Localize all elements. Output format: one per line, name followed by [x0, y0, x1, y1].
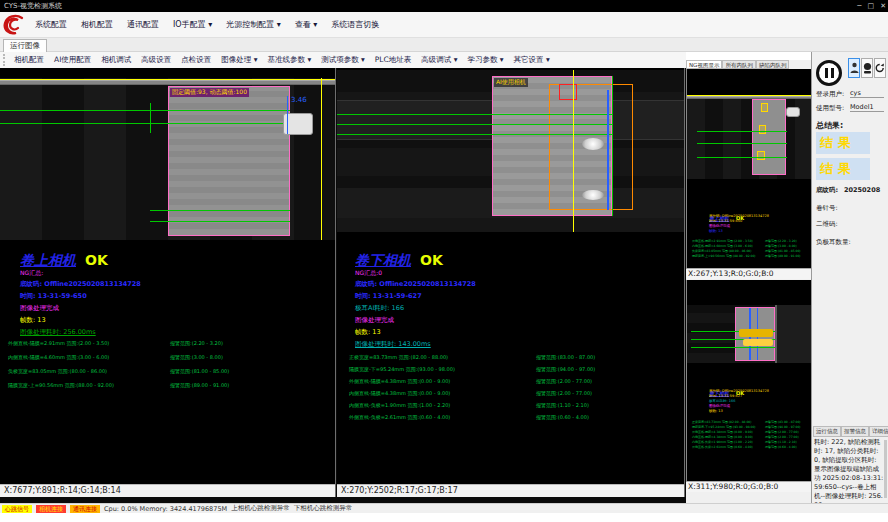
queue-lower-image[interactable] — [687, 305, 811, 363]
measurement-value: 负极宽度=83.05mm 范围:(80.00 - 86.00) — [692, 249, 751, 253]
measure-line-top-1 — [0, 110, 290, 111]
measurement-value: 隔膜宽度-下=95.24mm 范围:(93.00 - 98.00) — [692, 425, 756, 429]
alarm-range-value: 报警范围:(2.00 - 77.00) — [765, 430, 799, 434]
lower-camera-image[interactable]: AI使用相机 — [337, 70, 685, 232]
alarm-range-value: 报警范围:(3.00 - 8.00) — [170, 354, 223, 360]
measurement-value: 内侧直线-负极=1.90mm 范围:(1.00 - 2.20) — [349, 402, 450, 408]
queue-upper-view: 卷上相机 OK 底纹码: Offline2025020813134728 时间:… — [686, 69, 811, 268]
frame-count-line: 帧数: 13 — [20, 316, 46, 325]
toolbar: 相机配置 AI使用配置 相机调试 高级设置 点检设置 图像处理 ▾ 基准线参数 … — [0, 52, 686, 68]
defect-box — [559, 84, 577, 100]
frame-count-line: 帧数: 13 — [709, 229, 723, 233]
tab-detail-info[interactable]: 详细信息 — [869, 426, 888, 437]
close-icon[interactable]: ✕ — [880, 0, 886, 12]
menu-comm-config[interactable]: 通讯配置 — [120, 12, 166, 38]
time-line: 时间: 13-31-59-627 — [709, 394, 742, 398]
switch-user-button[interactable] — [874, 58, 886, 78]
operator-button[interactable] — [861, 58, 873, 78]
comm-connection-badge: 通讯连接 — [70, 505, 100, 513]
model-value[interactable]: Model1 — [850, 103, 884, 112]
pause-button[interactable] — [816, 60, 842, 86]
upper-camera-result-title: 卷上相机 OK — [20, 250, 108, 270]
tab-connector-part — [786, 107, 800, 117]
toolbar-grip-icon — [3, 54, 6, 66]
tool-learn-params[interactable]: 学习参数 ▾ — [462, 52, 508, 68]
process-done-line: 图像处理完成 — [355, 316, 394, 325]
tab-strip: 运行图像 — [0, 38, 888, 52]
queue-upper-image[interactable] — [687, 95, 811, 179]
switch-user-icon — [875, 62, 885, 74]
alarm-range-value: 报警范围:(0.60 - 4.00) — [536, 414, 589, 420]
log-tab-strip: 运行信息 报警信息 详细信息 — [813, 426, 888, 437]
tab-defect-queue[interactable]: 缺陷内队列 — [756, 60, 790, 69]
tool-image-process[interactable]: 图像处理 ▾ — [216, 52, 262, 68]
tool-other-settings[interactable]: 其它设置 ▾ — [509, 52, 555, 68]
total-result-label: 总结果: — [816, 120, 843, 131]
defect-marker — [757, 151, 765, 160]
alarm-range-value: 报警范围:(89.00 - 91.00) — [170, 382, 229, 388]
menu-language-switch[interactable]: 系统语言切换 — [324, 12, 386, 38]
log-text: 耗时: 222, 缺陷检测耗时: 17, 缺陷分类耗时: 0, 缺陷提取分区耗时… — [814, 438, 884, 510]
tab-alarm-info[interactable]: 报警信息 — [841, 426, 869, 437]
needle-field-label: 卷针号: — [816, 204, 838, 213]
measurement-value: 外侧直线-负极=2.61mm 范围:(0.60 - 4.00) — [349, 414, 450, 420]
measurement-value: 隔膜宽度-上=90.56mm 范围:(88.00 - 92.00) — [8, 382, 114, 388]
pause-icon — [831, 68, 834, 78]
login-user-value[interactable]: cys — [850, 89, 884, 98]
tool-camera-config[interactable]: 相机配置 — [9, 52, 49, 68]
model-label: 使用型号: — [816, 104, 844, 113]
defect-marker — [759, 125, 766, 134]
menu-system-config[interactable]: 系统配置 — [28, 12, 74, 38]
measure-line-vertical — [150, 103, 151, 133]
lower-camera-result-title: 卷下相机 OK — [355, 250, 443, 270]
window-controls: ─ □ ✕ — [857, 0, 886, 12]
tool-ai-config[interactable]: AI使用配置 — [49, 52, 96, 68]
app-logo-icon — [2, 14, 28, 36]
measurement-row: 外侧直线-隔膜=2.91mm 范围:(2.00 - 3.50) 报警范围:(2.… — [8, 340, 336, 352]
measurement-row: 内侧直线-隔膜=4.60mm 范围:(3.00 - 6.00) 报警范围:(3.… — [8, 354, 336, 366]
alarm-range-value: 报警范围:(2.20 - 3.20) — [170, 340, 223, 346]
measure-line — [697, 131, 787, 132]
menu-view[interactable]: 查看 ▾ — [288, 12, 325, 38]
lower-camera-heartbeat-warning: 下相机心跳检测异常 — [294, 504, 353, 513]
upper-camera-image[interactable]: 3.46 固定阈值:93, 动态阈值:100 — [0, 78, 336, 240]
maximize-icon[interactable]: □ — [868, 0, 875, 12]
tab-ng-view[interactable]: NG视图显示 — [686, 60, 722, 69]
menu-camera-config[interactable]: 相机配置 — [74, 12, 120, 38]
alarm-range-value: 报警范围:(83.00 - 87.00) — [536, 354, 595, 360]
tool-advanced-debug[interactable]: 高级调试 ▾ — [416, 52, 462, 68]
user-button[interactable] — [848, 58, 860, 78]
tool-camera-debug[interactable]: 相机调试 — [96, 52, 136, 68]
log-scrollbar[interactable] — [884, 440, 887, 498]
lower-camera-ok-status: OK — [420, 252, 443, 268]
alarm-line-horizontal — [0, 79, 336, 80]
tab-all-queue[interactable]: 所有内队列 — [722, 60, 756, 69]
result-box-upper: 结果 — [816, 132, 870, 154]
measurement-value: 内侧直线-负极=1.90mm 范围:(1.00 - 2.20) — [692, 440, 753, 444]
tab-run-image[interactable]: 运行图像 — [3, 39, 47, 52]
tool-advanced-settings[interactable]: 高级设置 — [136, 52, 176, 68]
measurement-value: 外侧直线-隔膜=4.38mm 范围:(0.00 - 9.00) — [692, 430, 753, 434]
menu-io-config[interactable]: IO手配置 ▾ — [166, 12, 219, 38]
time-line: 时间: 13-31-59-650 — [709, 219, 742, 223]
measure-line — [691, 347, 775, 348]
measure-line — [697, 157, 787, 158]
tab-run-info[interactable]: 运行信息 — [813, 426, 841, 437]
minimize-icon[interactable]: ─ — [857, 0, 861, 12]
pixel-readout-bar: X:270;Y:2502;R:17;G:17;B:17 — [337, 484, 685, 497]
menu-light-config[interactable]: 光源控制配置 ▾ — [219, 12, 288, 38]
cpu-memory-readout: Cpu: 0.0% Memory: 3424.41796875M — [104, 505, 227, 513]
measure-line — [697, 143, 787, 144]
measurement-value: 外侧直线-隔膜=4.38mm 范围:(0.00 - 9.00) — [349, 378, 450, 384]
queue-panel: NG视图显示 所有内队列 缺陷内队列 卷上相机 OK 底纹码: — [686, 60, 811, 503]
alarm-range-value: 报警范围:(0.60 - 4.00) — [765, 445, 797, 449]
tool-test-params[interactable]: 测试项参数 ▾ — [316, 52, 370, 68]
tool-spot-check[interactable]: 点检设置 — [176, 52, 216, 68]
tool-plc-address[interactable]: PLC地址表 — [370, 52, 416, 68]
cell-region — [168, 86, 290, 236]
measurement-value: 负极宽度=83.05mm 范围:(80.00 - 86.00) — [8, 368, 107, 374]
ng-summary-label: NG汇总:0 — [355, 269, 382, 278]
process-time-line: 图像处理耗时: 143.00ms — [355, 340, 431, 349]
tool-baseline-params[interactable]: 基准线参数 ▾ — [263, 52, 317, 68]
cell-region — [752, 99, 786, 175]
